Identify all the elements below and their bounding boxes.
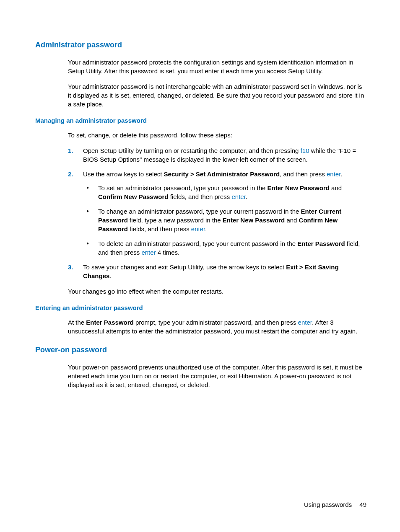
key-f10: f10 bbox=[301, 147, 309, 154]
steps-list: 1. Open Setup Utility by turning on or r… bbox=[68, 146, 366, 280]
page-footer: Using passwords 49 bbox=[304, 500, 366, 509]
step-2: 2. Use the arrow keys to select Security… bbox=[68, 170, 366, 257]
step-number: 1. bbox=[68, 146, 73, 155]
heading-entering-admin-password: Entering an administrator password bbox=[35, 303, 366, 312]
footer-section-title: Using passwords bbox=[304, 501, 352, 508]
substep: To change an administrator password, typ… bbox=[83, 207, 366, 233]
paragraph: At the Enter Password prompt, type your … bbox=[68, 318, 366, 336]
substeps-list: To set an administrator password, type y… bbox=[83, 183, 366, 257]
paragraph: Your administrator password is not inter… bbox=[68, 82, 366, 108]
step-text: To save your changes and exit Setup Util… bbox=[83, 263, 339, 279]
paragraph: To set, change, or delete this password,… bbox=[68, 131, 366, 139]
page-number: 49 bbox=[359, 501, 366, 508]
key-enter: enter bbox=[141, 249, 156, 256]
substep: To set an administrator password, type y… bbox=[83, 183, 366, 201]
heading-power-on-password: Power-on password bbox=[35, 345, 366, 355]
key-enter: enter bbox=[298, 319, 312, 326]
step-number: 2. bbox=[68, 170, 73, 178]
step-number: 3. bbox=[68, 263, 73, 271]
key-enter: enter bbox=[231, 193, 245, 200]
step-text: Open Setup Utility by turning on or rest… bbox=[83, 147, 356, 163]
page-content: Administrator password Your administrato… bbox=[0, 0, 400, 421]
paragraph: Your changes go into effect when the com… bbox=[68, 287, 366, 296]
key-enter: enter bbox=[327, 170, 340, 178]
substep: To delete an administrator password, typ… bbox=[83, 239, 366, 257]
paragraph: Your administrator password protects the… bbox=[68, 58, 366, 75]
step-1: 1. Open Setup Utility by turning on or r… bbox=[68, 146, 366, 164]
step-3: 3. To save your changes and exit Setup U… bbox=[68, 263, 366, 280]
step-text: Use the arrow keys to select Security > … bbox=[83, 170, 343, 178]
heading-managing-admin-password: Managing an administrator password bbox=[35, 116, 366, 125]
heading-administrator-password: Administrator password bbox=[35, 40, 366, 50]
key-enter: enter bbox=[191, 225, 205, 232]
paragraph: Your power-on password prevents unauthor… bbox=[68, 363, 366, 389]
